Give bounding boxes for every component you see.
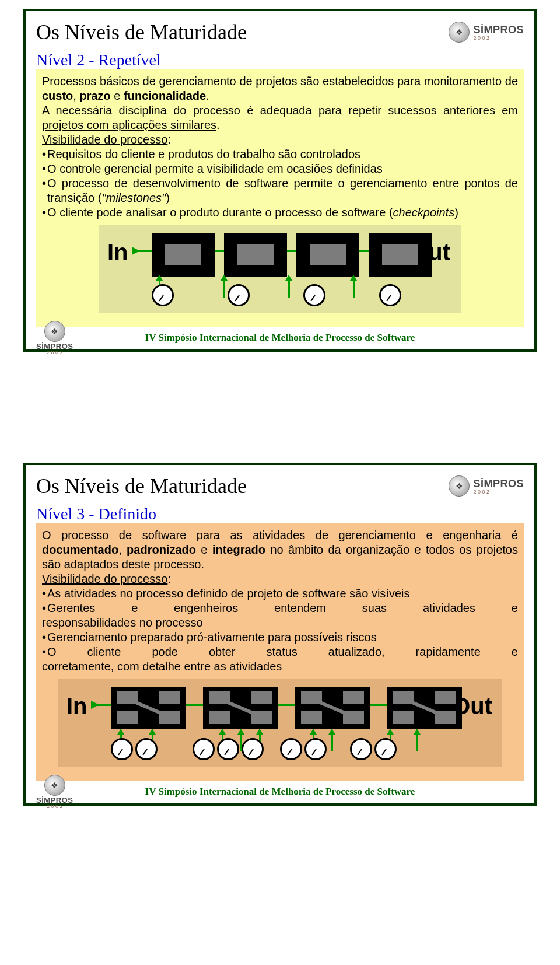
- process-block: [369, 233, 432, 277]
- footer-text: IV Simpósio Internacional de Melhoria de…: [145, 786, 415, 798]
- slide-header: Os Níveis de Maturidade ❖ SİMPROS 2 0 0 …: [36, 474, 524, 501]
- word: status: [266, 645, 297, 659]
- bullet-text: Requisitos do cliente e produtos do trab…: [47, 147, 518, 162]
- visibility-heading: Visibilidade do processo:: [42, 572, 518, 586]
- visibility-heading: Visibilidade do processo:: [42, 132, 518, 147]
- logo-icon: ❖: [44, 321, 65, 342]
- process-blocks: [111, 687, 462, 729]
- in-label: In: [107, 237, 128, 267]
- text-underline: Visibilidade do processo: [42, 572, 167, 585]
- dial-icon: [280, 738, 302, 760]
- brand-logo: ❖ SİMPROS 2 0 0 2: [449, 475, 524, 497]
- bullet-text: O controle gerencial permite a visibilid…: [47, 162, 518, 176]
- word: Gerentes: [47, 601, 95, 616]
- checkpoint-dials: [152, 284, 401, 306]
- paragraph-1: Processos básicos de gerenciamento de pr…: [42, 74, 518, 103]
- content-box: Processos básicos de gerenciamento de pr…: [36, 69, 524, 327]
- bullet-4: •O cliente pode analisar o produto duran…: [42, 205, 518, 220]
- bullet-1: •Requisitos do cliente e produtos do tra…: [42, 147, 518, 162]
- in-label: In: [66, 691, 88, 721]
- text: ,: [73, 89, 79, 102]
- paragraph-1: O processo de software para as atividade…: [42, 528, 518, 572]
- text: Processos básicos de gerenciamento de pr…: [42, 75, 518, 88]
- bullet-1: •As atividades no processo definido de p…: [42, 586, 518, 601]
- process-block: [295, 687, 370, 729]
- bullet-2: •O controle gerencial permite a visibili…: [42, 162, 518, 176]
- text: ): [166, 191, 170, 204]
- dial-icon: [152, 284, 174, 306]
- text: e: [111, 89, 124, 102]
- process-blocks: [152, 233, 432, 277]
- text: .: [206, 89, 209, 102]
- process-block: [111, 687, 186, 729]
- text-italic: "milestones": [102, 191, 166, 204]
- footer-text: IV Simpósio Internacional de Melhoria de…: [145, 332, 415, 344]
- bullet-2: • Gerentes e engenheiros entendem suas a…: [42, 601, 518, 616]
- text: e: [196, 543, 212, 556]
- text-italic: checkpoints: [393, 206, 455, 219]
- word: entendem: [274, 601, 326, 616]
- dial-icon: [350, 738, 372, 760]
- slide-subtitle: Nível 2 - Repetível: [36, 51, 524, 69]
- process-block: [387, 687, 462, 729]
- text: A necessária disciplina do processo é ad…: [42, 104, 518, 117]
- text-bold: documentado: [42, 543, 118, 556]
- process-diagram: In Out: [58, 679, 502, 767]
- arrow-icon: [132, 247, 140, 255]
- bullet-4: • O cliente pode obter status atualizado…: [42, 645, 518, 659]
- arrow-icon: [91, 701, 99, 709]
- logo-icon: ❖: [449, 475, 470, 497]
- bullet-3: •Gerenciamento preparado pró-ativamente …: [42, 630, 518, 645]
- logo-icon: ❖: [44, 775, 65, 796]
- dial-icon: [111, 738, 133, 760]
- process-block: [203, 687, 278, 729]
- bullet-3: •O processo de desenvolvimento de softwa…: [42, 176, 518, 205]
- slide-subtitle: Nível 3 - Definido: [36, 505, 524, 523]
- bullet-text: O processo de desenvolvimento de softwar…: [47, 176, 518, 205]
- word: e: [131, 601, 138, 616]
- text-bold: funcionalidade: [124, 89, 206, 102]
- logo-icon: ❖: [449, 22, 470, 43]
- content-box: O processo de software para as atividade…: [36, 523, 524, 781]
- text: ,: [118, 543, 127, 556]
- dial-icon: [303, 284, 326, 306]
- bullet-4-cont: corretamente, com detalhe entre as ativi…: [42, 659, 518, 674]
- text: O cliente pode analisar o produto durant…: [47, 206, 393, 219]
- process-block: [152, 233, 215, 277]
- dial-icon: [135, 738, 158, 760]
- text: O processo de software para as atividade…: [42, 529, 518, 541]
- bullet-text: O cliente pode analisar o produto durant…: [47, 205, 518, 220]
- slide-title: Os Níveis de Maturidade: [36, 474, 247, 498]
- slide-title: Os Níveis de Maturidade: [36, 20, 247, 44]
- bullet-text: O cliente pode obter status atualizado, …: [47, 645, 518, 659]
- word: pode: [152, 645, 178, 659]
- dial-icon: [192, 738, 215, 760]
- text-bold: padronizado: [127, 543, 196, 556]
- slide-1: Os Níveis de Maturidade ❖ SİMPROS 2 0 0 …: [23, 9, 537, 352]
- bullet-2-cont: responsabilidades no processo: [42, 616, 518, 630]
- bullet-text: As atividades no processo definido de pr…: [47, 586, 518, 601]
- word: e: [512, 645, 518, 659]
- dial-icon: [228, 284, 250, 306]
- word: atualizado,: [328, 645, 385, 659]
- text-underline: Visibilidade do processo: [42, 133, 167, 146]
- word: obter: [209, 645, 236, 659]
- process-block: [296, 233, 359, 277]
- dial-icon: [374, 738, 397, 760]
- word: cliente: [88, 645, 121, 659]
- process-diagram: In Out: [99, 225, 461, 313]
- text-bold: prazo: [79, 89, 110, 102]
- text-underline: projetos com aplicações similares: [42, 118, 216, 131]
- word: atividades: [423, 601, 475, 616]
- brand-logo: ❖ SİMPROS 2 0 0 2: [449, 22, 524, 43]
- text: ): [454, 206, 459, 219]
- dial-icon: [379, 284, 401, 306]
- text: .: [216, 118, 220, 131]
- text-bold: custo: [42, 89, 73, 102]
- slide-footer: ❖ SİMPROS 2 0 0 2 IV Simpósio Internacio…: [36, 786, 524, 798]
- word: suas: [362, 601, 387, 616]
- paragraph-2: A necessária disciplina do processo é ad…: [42, 103, 518, 132]
- arrow-up-icon: [416, 735, 418, 751]
- logo-text: SİMPROS: [473, 478, 524, 490]
- bullet-text: Gerentes e engenheiros entendem suas ati…: [47, 601, 518, 616]
